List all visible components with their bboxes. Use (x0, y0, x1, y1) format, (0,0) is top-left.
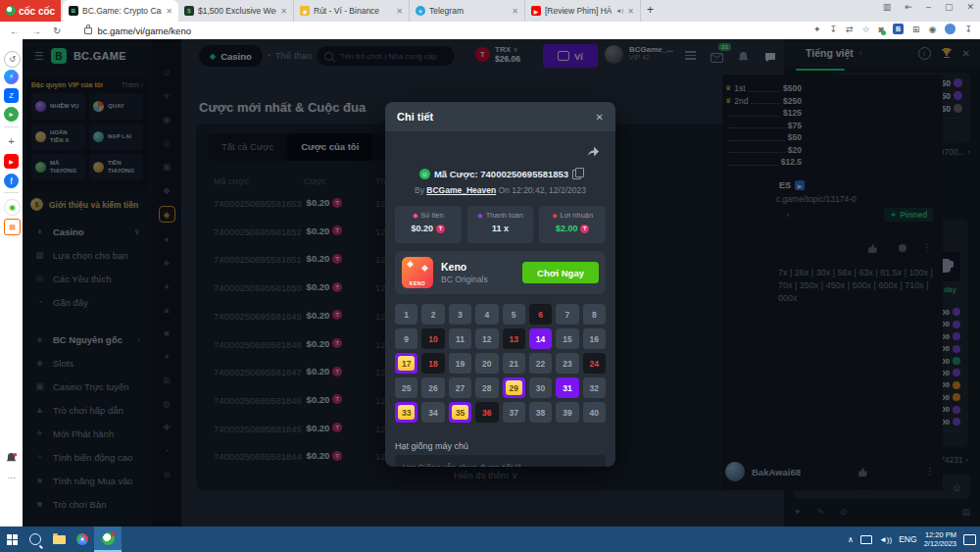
modal-body: ☺ Mã Cược: 74000250695581853 By BCGame_H… (385, 131, 615, 467)
extension-icon[interactable]: ◉ (929, 25, 937, 34)
keno-cell: 3 (449, 304, 471, 325)
reload-button[interactable]: ↻ (53, 25, 61, 36)
action-center-icon[interactable] (963, 534, 976, 545)
notification-bell-icon[interactable] (4, 451, 19, 466)
system-tray: ∧ ◄)) ENG 12:20 PM 2/12/2023 (848, 527, 976, 552)
extension-icon[interactable]: ↧ (829, 25, 837, 34)
extension-icon[interactable]: ⊞ (912, 25, 920, 34)
youtube-icon[interactable]: ▶ (4, 154, 19, 169)
tab-close-icon[interactable]: ✕ (627, 7, 634, 16)
close-modal-icon[interactable]: ✕ (596, 112, 604, 123)
games-icon[interactable]: ▸ (4, 107, 19, 122)
browser-tab[interactable]: ✈ Telegram ◄) ✕ (410, 0, 525, 22)
browser-tab[interactable]: $ $1,500 Exclusive Weekend K ◄) ✕ (178, 0, 294, 22)
bet-details-modal: Chi tiết ✕ ☺ Mã Cược: 74000250695581853 … (385, 102, 615, 467)
browser-tab-strip: cốc cốc B BC.Game: Crypto Casino Gam ◄) … (0, 0, 980, 22)
keno-cell: 18 (421, 353, 444, 374)
server-seed-label: Hạt giống máy chủ (395, 441, 468, 451)
forward-button[interactable]: → (31, 25, 41, 36)
stat-icon: ◆ (552, 212, 557, 220)
modal-title: Chi tiết (397, 111, 433, 123)
keno-cell: 29 (503, 377, 525, 398)
share-icon[interactable] (586, 145, 600, 157)
keno-cell: 34 (421, 402, 444, 423)
lock-icon[interactable] (84, 27, 92, 34)
zalo-icon[interactable]: Z (4, 88, 19, 103)
browser-tab[interactable]: ▶ [Review Phim] HÀO QUA ◄) ✕ (525, 0, 641, 22)
keno-cell: 10 (421, 328, 444, 349)
coccoc-brand[interactable]: cốc cốc (0, 0, 61, 22)
language-indicator[interactable]: ENG (899, 534, 916, 544)
clock[interactable]: 12:20 PM 2/12/2023 (924, 530, 956, 549)
keno-cell: 6 (529, 304, 552, 325)
browser-tab[interactable]: ◆ Rút - Ví - Binance ◄) ✕ (294, 0, 410, 22)
copy-icon[interactable] (572, 170, 581, 179)
keno-cell: 30 (529, 377, 552, 398)
back-tab-icon[interactable]: ⇤ (905, 2, 912, 12)
stat-value: $2.00 (556, 224, 578, 233)
tab-close-icon[interactable]: ✕ (280, 7, 287, 16)
server-seed-field[interactable]: Hạt Giống vẫn chưa được tiết lộ (395, 455, 606, 467)
extension-icon[interactable]: ↧ (964, 25, 972, 34)
reader-panel-icon[interactable]: ▥ (883, 2, 892, 12)
volume-icon[interactable]: ◄)) (879, 535, 892, 544)
tab-close-icon[interactable]: ✕ (396, 7, 403, 16)
tab-title: Telegram (429, 6, 508, 16)
keno-cell: 40 (583, 402, 606, 423)
close-window-button[interactable]: ✕ (966, 2, 974, 12)
extension-icon[interactable]: ✦ (813, 25, 821, 34)
back-button[interactable]: ← (10, 25, 20, 36)
chrome-icon[interactable] (71, 527, 94, 552)
coccoc-taskbar-icon[interactable] (94, 527, 122, 552)
stat-value: $0.20 (412, 224, 434, 233)
stat-icon: ◆ (477, 212, 482, 220)
extension-icons: ✦ ↧ ⇄ ☆ ◙ B ⊞ ◉ ↧ (813, 24, 972, 34)
tab-close-icon[interactable]: ✕ (166, 7, 172, 16)
facebook-icon[interactable]: f (4, 174, 19, 188)
stat-label: Thanh toán (486, 211, 523, 220)
network-icon[interactable] (860, 535, 872, 544)
tab-favicon: ▶ (531, 6, 541, 16)
bet-id-line: ☺ Mã Cược: 74000250695581853 (385, 169, 615, 179)
extension-icon[interactable]: B (893, 24, 904, 34)
start-button[interactable] (0, 527, 24, 552)
stat-label: Số tiền (420, 211, 443, 220)
tab-favicon: $ (184, 6, 194, 16)
extension-icon[interactable]: ◙ (879, 25, 884, 34)
keno-cell: 2 (421, 304, 444, 325)
play-now-button[interactable]: Chơi Ngay (522, 262, 599, 283)
messenger-icon[interactable]: ⚡ (4, 70, 19, 84)
new-tab-button[interactable]: + (647, 3, 654, 17)
add-shortcut-icon[interactable]: + (4, 133, 19, 148)
divider (4, 126, 19, 127)
keno-cell: 27 (449, 377, 471, 398)
chat-app-icon[interactable]: ◉ (4, 199, 21, 216)
maximize-button[interactable]: ▢ (945, 2, 954, 12)
tab-audio-icon[interactable]: ◄) (615, 8, 623, 14)
extension-icon[interactable]: ☆ (862, 25, 870, 34)
file-explorer-icon[interactable] (47, 527, 71, 552)
minimize-button[interactable]: – (926, 2, 931, 12)
keno-cell: 32 (583, 377, 606, 398)
tab-favicon: ◆ (300, 6, 310, 16)
more-icon[interactable]: ⋯ (4, 471, 19, 485)
keno-cell: 13 (503, 328, 525, 349)
window-controls: ▥ ⇤ – ▢ ✕ (883, 2, 974, 12)
keno-cell: 31 (556, 377, 578, 398)
keno-game-icon[interactable]: KENO (402, 257, 433, 288)
cart-icon[interactable]: ▤ (4, 219, 21, 235)
keno-cell: 4 (475, 304, 498, 325)
history-icon[interactable]: ↺ (4, 51, 21, 68)
tab-close-icon[interactable]: ✕ (512, 7, 518, 16)
browser-sidebar: ↺ ⚡ Z ▸ + ▶ f ◉ ▤ ⋯ (0, 39, 24, 527)
browser-tab[interactable]: B BC.Game: Crypto Casino Gam ◄) ✕ (63, 0, 178, 22)
extension-icon[interactable]: ⇄ (846, 25, 854, 34)
keno-cell: 23 (556, 353, 578, 374)
tray-expand-icon[interactable]: ∧ (848, 535, 854, 544)
stat-value: 11 x (492, 224, 509, 233)
extension-icon[interactable] (945, 24, 956, 34)
url-text[interactable]: bc.game/vi/game/keno (97, 25, 191, 36)
taskbar-search-icon[interactable] (24, 527, 47, 552)
author-link[interactable]: BCGame_Heaven (426, 185, 496, 195)
tray-date: 2/12/2023 (924, 539, 956, 548)
